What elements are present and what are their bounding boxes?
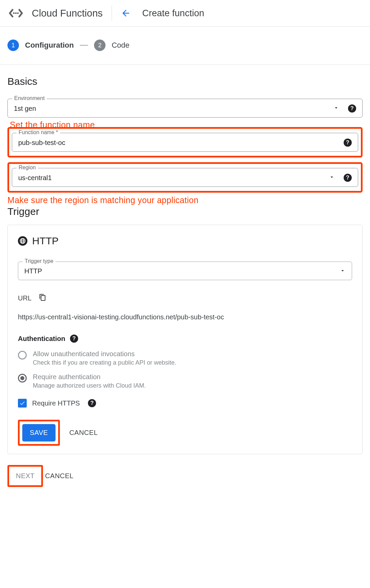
globe-icon bbox=[18, 236, 27, 246]
annotation-region-box: Region us-central1 ? bbox=[7, 162, 363, 193]
step-2-label[interactable]: Code bbox=[112, 41, 130, 50]
auth-option-allow-sub: Check this if you are creating a public … bbox=[33, 359, 176, 366]
save-button[interactable]: SAVE bbox=[22, 424, 55, 441]
dropdown-arrow-icon[interactable] bbox=[329, 174, 335, 181]
function-name-legend: Function name * bbox=[17, 129, 60, 136]
function-name-field[interactable]: Function name * pub-sub-test-oc ? bbox=[12, 133, 358, 152]
help-icon[interactable]: ? bbox=[70, 335, 78, 343]
annotation-save-box: SAVE bbox=[18, 420, 60, 446]
radio-icon-selected bbox=[18, 374, 27, 383]
step-1-label[interactable]: Configuration bbox=[25, 41, 74, 50]
help-icon[interactable]: ? bbox=[344, 174, 352, 182]
environment-legend: Environment bbox=[12, 95, 47, 101]
environment-field[interactable]: Environment 1st gen ? bbox=[7, 99, 363, 118]
svg-point-0 bbox=[13, 13, 15, 14]
svg-point-1 bbox=[15, 13, 17, 14]
radio-icon bbox=[18, 351, 27, 360]
auth-option-allow[interactable]: Allow unauthenticated invocations Check … bbox=[18, 350, 352, 366]
copy-icon[interactable] bbox=[39, 294, 46, 302]
dropdown-arrow-icon[interactable] bbox=[333, 105, 339, 112]
step-1-num: 1 bbox=[11, 42, 15, 49]
region-field[interactable]: Region us-central1 ? bbox=[12, 168, 358, 187]
auth-option-require-label: Require authentication bbox=[33, 373, 146, 381]
annotation-next-box: NEXT bbox=[7, 465, 43, 487]
trigger-type-legend: Trigger type bbox=[23, 258, 55, 264]
page-title: Create function bbox=[142, 8, 204, 19]
cancel-button[interactable]: CANCEL bbox=[69, 429, 98, 437]
svg-point-2 bbox=[17, 13, 19, 14]
step-2-circle[interactable]: 2 bbox=[94, 40, 106, 51]
url-value: https://us-central1-visionai-testing.clo… bbox=[18, 313, 352, 321]
back-arrow-icon[interactable] bbox=[121, 8, 131, 18]
annotation-function-name-label: Set the function name bbox=[10, 120, 95, 130]
header-divider bbox=[112, 5, 112, 21]
annotation-function-name-box: Set the function name Function name * pu… bbox=[7, 127, 363, 157]
next-button[interactable]: NEXT bbox=[16, 472, 34, 480]
cloud-functions-icon bbox=[7, 5, 24, 22]
auth-option-require[interactable]: Require authentication Manage authorized… bbox=[18, 373, 352, 389]
require-https-label: Require HTTPS bbox=[32, 399, 80, 407]
cancel-button-bottom[interactable]: CANCEL bbox=[45, 472, 73, 480]
step-2-num: 2 bbox=[98, 42, 101, 49]
function-name-value: pub-sub-test-oc bbox=[18, 139, 344, 147]
header-bar: Cloud Functions Create function bbox=[0, 0, 370, 27]
trigger-card: HTTP Trigger type HTTP URL bbox=[7, 225, 363, 454]
basics-title: Basics bbox=[7, 76, 363, 87]
stepper: 1 Configuration 2 Code bbox=[0, 27, 370, 65]
help-icon[interactable]: ? bbox=[344, 139, 352, 147]
auth-option-allow-label: Allow unauthenticated invocations bbox=[33, 350, 176, 358]
trigger-title: Trigger bbox=[7, 206, 363, 217]
trigger-type-field[interactable]: Trigger type HTTP bbox=[18, 262, 352, 280]
product-title: Cloud Functions bbox=[32, 8, 103, 19]
dropdown-arrow-icon[interactable] bbox=[340, 268, 346, 275]
trigger-http-label: HTTP bbox=[32, 235, 59, 247]
help-icon[interactable]: ? bbox=[88, 399, 96, 407]
region-value: us-central1 bbox=[18, 174, 329, 182]
trigger-type-value: HTTP bbox=[24, 267, 340, 275]
region-legend: Region bbox=[17, 165, 38, 171]
help-icon[interactable]: ? bbox=[348, 104, 356, 113]
auth-option-require-sub: Manage authorized users with Cloud IAM. bbox=[33, 382, 146, 389]
auth-title: Authentication bbox=[18, 335, 65, 343]
step-connector bbox=[80, 45, 88, 46]
url-label: URL bbox=[18, 294, 31, 302]
environment-value: 1st gen bbox=[14, 105, 333, 113]
annotation-region-label: Make sure the region is matching your ap… bbox=[7, 195, 363, 205]
require-https-row[interactable]: Require HTTPS ? bbox=[18, 399, 352, 408]
checkbox-checked-icon bbox=[18, 399, 27, 408]
step-1-circle[interactable]: 1 bbox=[7, 40, 19, 51]
